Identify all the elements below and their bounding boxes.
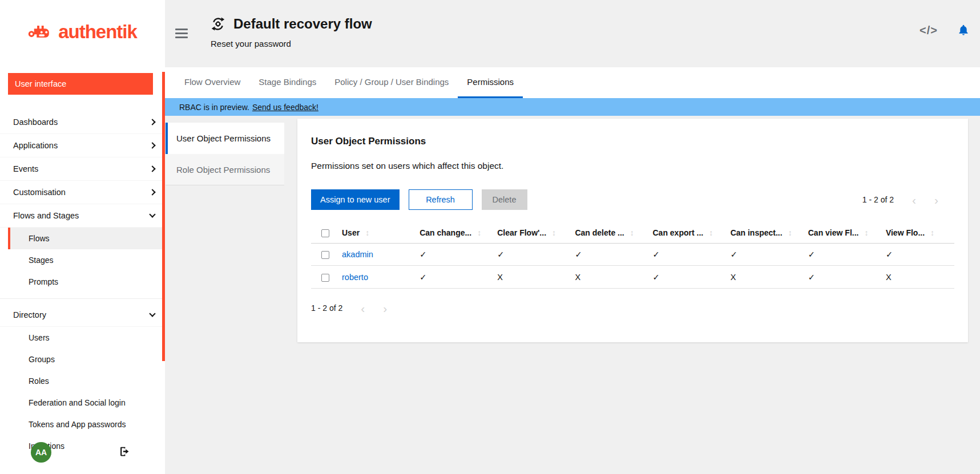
row-checkbox[interactable] xyxy=(321,274,329,282)
notifications-button[interactable] xyxy=(957,24,970,38)
pagination-next-button[interactable]: › xyxy=(934,194,938,206)
sidebar-item-flows-and-stages[interactable]: Flows and Stages xyxy=(0,204,165,228)
column-header-clear-flow: Clear Flow'...↕ xyxy=(488,222,566,244)
sort-icon[interactable]: ↕ xyxy=(552,228,556,237)
sidebar-item-events[interactable]: Events xyxy=(0,157,165,181)
sidebar-subitem-groups[interactable]: Groups xyxy=(8,349,165,370)
sidebar-subitem-users[interactable]: Users xyxy=(8,327,165,349)
tab-policy-group-user-bindings[interactable]: Policy / Group / User Bindings xyxy=(325,67,458,98)
sidebar-item-label: Customisation xyxy=(13,188,66,197)
user-interface-button[interactable]: User interface xyxy=(8,73,153,95)
sidebar-toggle-button[interactable] xyxy=(175,29,188,39)
pagination-range: 1 - 2 of 2 xyxy=(862,195,894,204)
row-select-cell xyxy=(311,244,333,266)
tab-permissions[interactable]: Permissions xyxy=(458,67,523,98)
sort-icon[interactable]: ↕ xyxy=(365,228,369,237)
logo-wordmark: authentik xyxy=(58,21,137,43)
sidebar-item-label: Events xyxy=(13,164,38,173)
delete-button[interactable]: Delete xyxy=(482,189,527,210)
column-header-view-flo: View Flo...↕ xyxy=(877,222,954,244)
row-checkbox[interactable] xyxy=(321,251,329,259)
header-actions: </> xyxy=(919,0,980,67)
permission-cell: X xyxy=(488,266,566,288)
assign-to-new-user-button[interactable]: Assign to new user xyxy=(311,189,400,210)
permission-cell: X xyxy=(721,266,799,288)
column-label: Can delete ... xyxy=(575,228,624,237)
tab-user-object-permissions[interactable]: User Object Permissions xyxy=(166,123,284,154)
sidebar-item-dashboards[interactable]: Dashboards xyxy=(0,111,165,134)
sidebar-subitem-prompts[interactable]: Prompts xyxy=(8,271,165,293)
sort-icon[interactable]: ↕ xyxy=(709,228,713,237)
authentik-logo-icon xyxy=(28,23,54,41)
logout-button[interactable] xyxy=(119,445,131,459)
sidebar-subitem-federation-and-social-login[interactable]: Federation and Social login xyxy=(8,392,165,414)
column-label: Clear Flow'... xyxy=(497,228,546,237)
sidebar-scrollbar[interactable] xyxy=(162,72,165,361)
api-code-icon[interactable]: </> xyxy=(919,24,938,37)
sidebar-item-directory[interactable]: Directory xyxy=(0,303,165,327)
permission-cell: ✓ xyxy=(644,244,721,266)
tab-flow-overview[interactable]: Flow Overview xyxy=(175,67,249,98)
pagination-next-button[interactable]: › xyxy=(383,302,387,314)
sidebar: authentik User interface DashboardsAppli… xyxy=(0,0,165,474)
select-all-cell xyxy=(311,222,333,244)
chevron-down-icon xyxy=(149,310,155,317)
sidebar-subitem-roles[interactable]: Roles xyxy=(8,370,165,392)
sidebar-item-label: Dashboards xyxy=(13,118,58,127)
page-title: Default recovery flow xyxy=(233,16,372,32)
authentik-logo[interactable]: authentik xyxy=(0,0,165,64)
user-cell: roberto xyxy=(333,266,410,288)
avatar[interactable]: AA xyxy=(31,442,51,463)
card-description: Permissions set on users which affect th… xyxy=(311,161,954,171)
permission-cell: ✓ xyxy=(410,266,488,288)
permission-cell: ✓ xyxy=(644,266,721,288)
user-link[interactable]: roberto xyxy=(342,273,368,282)
sort-icon[interactable]: ↕ xyxy=(788,228,792,237)
sidebar-item-customisation[interactable]: Customisation xyxy=(0,181,165,204)
pagination-prev-button[interactable]: ‹ xyxy=(361,302,365,314)
permission-cell: ✓ xyxy=(877,244,954,266)
sidebar-subitem-tokens-and-app-passwords[interactable]: Tokens and App passwords xyxy=(8,414,165,435)
permission-cell: ✓ xyxy=(721,244,799,266)
table-header-row: User↕Can change...↕Clear Flow'...↕Can de… xyxy=(311,222,954,244)
chevron-down-icon xyxy=(149,211,155,217)
column-header-user: User↕ xyxy=(333,222,410,244)
column-label: Can export ... xyxy=(653,228,704,237)
permission-cell: ✓ xyxy=(799,266,877,288)
tab-stage-bindings[interactable]: Stage Bindings xyxy=(249,67,325,98)
chevron-right-icon xyxy=(149,142,155,148)
title-block: Default recovery flow Reset your passwor… xyxy=(211,0,372,67)
user-link[interactable]: akadmin xyxy=(342,250,373,259)
process-automation-icon xyxy=(211,17,225,31)
sidebar-subitem-flows[interactable]: Flows xyxy=(8,228,165,249)
column-label: View Flo... xyxy=(886,228,925,237)
column-header-can-view-fl: Can view Fl...↕ xyxy=(799,222,877,244)
page-subtitle: Reset your password xyxy=(211,39,372,48)
permission-cell: X xyxy=(877,266,954,288)
column-header-can-export: Can export ...↕ xyxy=(644,222,721,244)
pagination-top: 1 - 2 of 2‹› xyxy=(862,194,954,206)
sort-icon[interactable]: ↕ xyxy=(477,228,481,237)
nav-section-divider xyxy=(0,298,165,303)
column-label: Can view Fl... xyxy=(808,228,859,237)
refresh-button[interactable]: Refresh xyxy=(409,189,473,210)
table-row: roberto✓XX✓X✓X xyxy=(311,266,954,288)
sidebar-subitem-stages[interactable]: Stages xyxy=(8,249,165,271)
select-all-checkbox[interactable] xyxy=(321,229,329,237)
sort-icon[interactable]: ↕ xyxy=(630,228,634,237)
sidebar-footer: AA xyxy=(0,442,165,463)
pagination-prev-button[interactable]: ‹ xyxy=(912,194,916,206)
permissions-card: User Object Permissions Permissions set … xyxy=(297,119,968,342)
sort-icon[interactable]: ↕ xyxy=(930,228,934,237)
sort-icon[interactable]: ↕ xyxy=(864,228,868,237)
content-area: User Object PermissionsRole Object Permi… xyxy=(165,116,980,474)
hamburger-icon xyxy=(175,29,188,30)
feedback-link[interactable]: Send us feedback! xyxy=(252,103,318,112)
app-root: authentik User interface DashboardsAppli… xyxy=(0,0,980,474)
sidebar-item-applications[interactable]: Applications xyxy=(0,134,165,157)
column-header-can-delete: Can delete ...↕ xyxy=(566,222,643,244)
chevron-right-icon xyxy=(149,119,155,125)
column-label: Can inspect... xyxy=(731,228,783,237)
chevron-right-icon xyxy=(149,165,155,172)
tab-role-object-permissions[interactable]: Role Object Permissions xyxy=(166,154,284,185)
